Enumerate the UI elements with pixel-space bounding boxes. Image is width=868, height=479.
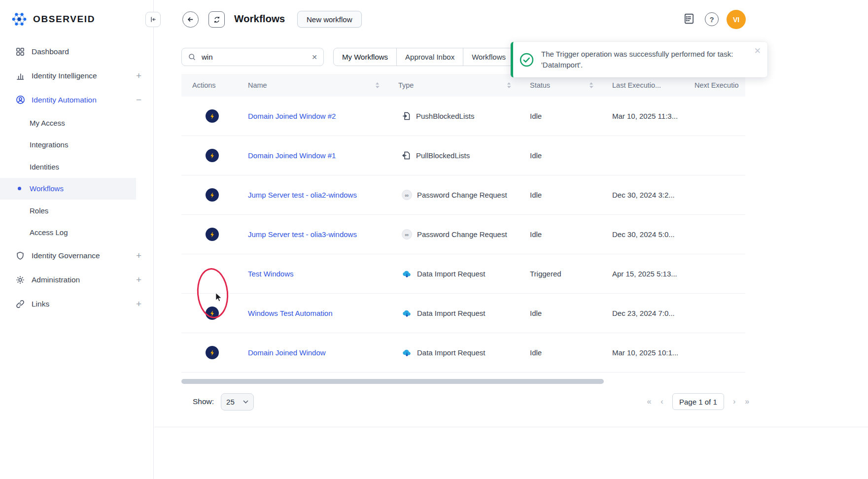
data-import-icon (402, 270, 412, 278)
trigger-workflow-icon[interactable] (206, 346, 219, 359)
help-icon[interactable]: ? (705, 12, 719, 26)
back-button[interactable] (182, 11, 199, 28)
trigger-workflow-icon[interactable] (206, 228, 219, 241)
sidebar-item-identity-automation[interactable]: Identity Automation − (0, 88, 153, 112)
page-size-select[interactable]: 25 (221, 393, 254, 411)
tab-workflows[interactable]: Workflows (463, 48, 514, 66)
workflow-link[interactable]: Windows Test Automation (248, 309, 332, 317)
brand: OBSERVEID (0, 0, 153, 28)
first-page-button[interactable]: « (643, 395, 655, 408)
sidebar-item-identity-intelligence[interactable]: Identity Intelligence + (0, 64, 153, 88)
table-row: Domain Joined Window Data Import Request… (181, 333, 745, 373)
workflow-link[interactable]: Domain Joined Window (248, 348, 326, 357)
sidebar-nav: Dashboard Identity Intelligence + Identi… (0, 39, 153, 316)
tab-my-workflows[interactable]: My Workflows (334, 48, 396, 66)
workflow-link[interactable]: Jump Server test - olia2-windows (248, 191, 357, 199)
sort-icon[interactable] (589, 82, 593, 89)
collapse-section-icon[interactable]: − (136, 95, 141, 104)
search-input[interactable] (201, 52, 307, 62)
avatar[interactable]: VI (727, 10, 746, 29)
type-label: Password Change Request (417, 191, 507, 199)
new-workflow-button[interactable]: New workflow (297, 11, 362, 28)
sidebar-item-integrations[interactable]: Integrations (0, 134, 153, 156)
sidebar-item-identities[interactable]: Identities (0, 156, 153, 178)
toast-message: The Trigger operation was successfully p… (541, 49, 750, 70)
type-label: Data Import Request (417, 270, 485, 278)
sidebar-item-administration[interactable]: Administration + (0, 268, 153, 292)
expand-icon[interactable]: + (136, 275, 141, 284)
trigger-workflow-icon[interactable] (206, 307, 219, 320)
scrollbar-thumb[interactable] (181, 379, 604, 384)
name-cell: Domain Joined Window #1 (248, 151, 398, 160)
table-row: Jump Server test - olia3-windows ∞ Passw… (181, 215, 745, 254)
sort-icon[interactable] (375, 82, 380, 89)
name-cell: Jump Server test - olia3-windows (248, 230, 398, 239)
column-name[interactable]: Name (248, 81, 398, 89)
sidebar-item-dashboard[interactable]: Dashboard (0, 39, 153, 64)
next-page-button[interactable]: › (729, 395, 740, 408)
column-next-execution: Next Executio (694, 81, 745, 89)
sidebar-item-label: Identity Intelligence (32, 71, 97, 80)
link-icon (15, 299, 26, 309)
sidebar-item-label: Administration (32, 275, 80, 284)
column-type[interactable]: Type (398, 81, 530, 89)
table-row: Jump Server test - olia2-windows ∞ Passw… (181, 175, 745, 215)
sidebar-item-label: Identity Automation (32, 96, 97, 104)
show-label: Show: (193, 397, 214, 406)
trigger-workflow-icon[interactable] (206, 109, 219, 123)
workflow-link[interactable]: Domain Joined Window #1 (248, 151, 336, 160)
expand-icon[interactable]: + (136, 251, 141, 260)
name-cell: Domain Joined Window #2 (248, 112, 398, 120)
last-page-button[interactable]: » (741, 395, 753, 408)
sidebar-item-label: Links (32, 300, 49, 308)
sidebar-item-links[interactable]: Links + (0, 292, 153, 316)
trigger-workflow-icon[interactable] (206, 188, 219, 202)
workflow-tabs: My Workflows Approval Inbox Workflows (333, 48, 515, 66)
password-change-icon: ∞ (402, 190, 412, 200)
sidebar-item-workflows[interactable]: Workflows (0, 178, 136, 200)
status-text: Idle (530, 191, 612, 199)
status-text: Idle (530, 151, 612, 160)
push-blocked-lists-icon (402, 111, 411, 121)
expand-icon[interactable]: + (136, 71, 141, 80)
expand-icon[interactable]: + (136, 299, 141, 308)
page-indicator: Page 1 of 1 (672, 393, 724, 410)
last-execution: Mar 10, 2025 10:1... (612, 348, 694, 357)
task-list-icon[interactable] (683, 12, 695, 25)
workflow-link[interactable]: Jump Server test - olia3-windows (248, 230, 357, 239)
type-cell: PushBlockedLists (398, 111, 530, 121)
trigger-workflow-icon[interactable] (206, 149, 219, 162)
clear-search-icon[interactable]: ✕ (312, 54, 317, 61)
gear-icon (15, 274, 26, 285)
workflow-link[interactable]: Test Windows (248, 270, 294, 278)
main-content: Workflows New workflow ? VI ✕ My Workflo… (154, 0, 868, 479)
prev-page-button[interactable]: ‹ (656, 395, 668, 408)
column-label: Status (530, 81, 550, 89)
type-cell: ∞ Password Change Request (398, 229, 530, 240)
close-icon[interactable]: ✕ (754, 47, 761, 55)
tab-approval-inbox[interactable]: Approval Inbox (396, 48, 463, 66)
type-cell: ∞ Password Change Request (398, 190, 530, 200)
sidebar-item-access-log[interactable]: Access Log (0, 222, 153, 244)
sidebar-item-identity-governance[interactable]: Identity Governance + (0, 243, 153, 268)
type-label: Data Import Request (417, 309, 485, 317)
sort-icon[interactable] (507, 82, 511, 89)
status-text: Triggered (530, 270, 612, 278)
workflow-link[interactable]: Domain Joined Window #2 (248, 112, 336, 120)
column-last-execution: Last Executio... (612, 81, 694, 89)
page-size-control: Show: 25 (193, 393, 254, 411)
dashboard-icon (15, 46, 26, 57)
type-cell: PullBlockedLists (398, 151, 530, 160)
actions-cell (181, 149, 248, 162)
content-bottom-divider (154, 427, 868, 427)
brand-name: OBSERVEID (33, 14, 95, 25)
sidebar-item-roles[interactable]: Roles (0, 200, 153, 222)
sidebar-item-my-access[interactable]: My Access (0, 112, 153, 134)
search-icon (188, 53, 196, 61)
column-status[interactable]: Status (530, 81, 612, 89)
collapse-sidebar-button[interactable] (145, 12, 161, 27)
refresh-button[interactable] (208, 11, 225, 28)
search-box: ✕ (181, 48, 324, 66)
table-row: Domain Joined Window #2 PushBlockedLists… (181, 97, 745, 136)
name-cell: Jump Server test - olia2-windows (248, 191, 398, 199)
